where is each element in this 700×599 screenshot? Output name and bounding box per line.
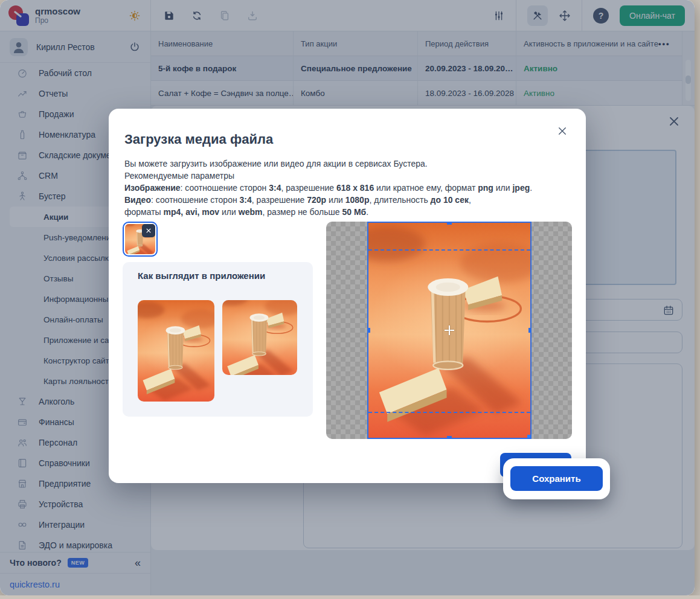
remove-media-icon[interactable]	[142, 224, 155, 237]
crop-guide-bottom	[368, 412, 530, 413]
media-upload-modal: Загрузка медиа файла Вы можете загрузить…	[109, 109, 586, 483]
crop-handle-left[interactable]	[367, 328, 370, 333]
modal-description-line: Изображение: соотношение сторон 3:4, раз…	[124, 182, 559, 194]
crop-guide-top	[368, 249, 530, 251]
modal-description-line: форматы mp4, avi, mov или webm, размер н…	[124, 206, 559, 218]
modal-title: Загрузка медиа файла	[124, 132, 273, 147]
modal-description-line: Вы можете загрузить изображение или виде…	[124, 158, 559, 170]
crop-center-crosshair-icon	[445, 325, 454, 335]
modal-description: Вы можете загрузить изображение или виде…	[124, 158, 559, 218]
tour-highlight-card: Сохранить	[503, 458, 610, 499]
preview-title: Как выглядит в приложении	[138, 271, 265, 281]
preview-square-image	[222, 300, 297, 375]
uploaded-media-thumbnail[interactable]	[123, 222, 158, 257]
crop-handle-corner[interactable]	[527, 435, 531, 439]
crop-editor	[326, 222, 572, 439]
crop-handle-top[interactable]	[447, 222, 452, 225]
app-window: qrmoscow Про	[0, 0, 695, 595]
crop-handle-right[interactable]	[528, 328, 531, 333]
save-button-highlighted[interactable]: Сохранить	[510, 466, 603, 491]
crop-image[interactable]	[367, 222, 531, 439]
crop-handle-bottom[interactable]	[447, 436, 452, 439]
modal-description-line: Видео: соотношение сторон 3:4, разрешени…	[124, 194, 559, 206]
modal-description-line: Рекомендуемые параметры	[124, 170, 559, 182]
preview-images	[138, 300, 297, 402]
preview-portrait-image	[138, 300, 214, 402]
app-preview-card: Как выглядит в приложении	[123, 262, 313, 417]
modal-close-icon[interactable]	[557, 126, 568, 136]
